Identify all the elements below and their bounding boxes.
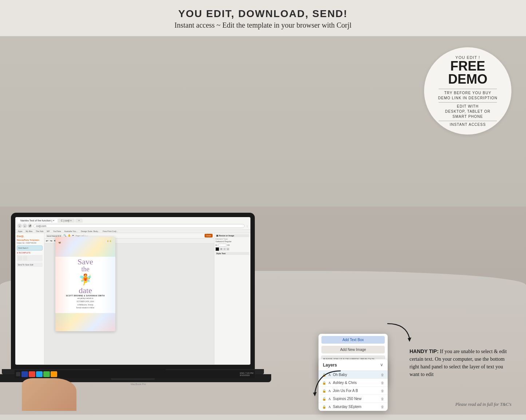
headline: YOU EDIT, DOWNLOAD, SEND! bbox=[7, 8, 519, 20]
main-area: Namtra Test of the function | × C | corj… bbox=[0, 36, 526, 415]
laptop-screen-inner: Namtra Test of the function | × C | corj… bbox=[15, 217, 250, 365]
sidebar-item-3[interactable]: Send To Save Edit bbox=[17, 263, 43, 267]
demo-divider-2 bbox=[439, 102, 497, 103]
start-btn bbox=[16, 372, 20, 376]
laptop: Namtra Test of the function | × C | corj… bbox=[11, 213, 266, 385]
layer-name-saturday: Saturday SEptem bbox=[333, 405, 379, 409]
corjl-order: Order Id: 1509758194 bbox=[17, 242, 43, 244]
url-bar[interactable]: corjl.com bbox=[33, 224, 245, 228]
back-button[interactable]: ‹ bbox=[17, 224, 22, 228]
width-label: 19 bbox=[227, 244, 230, 246]
bookmark-canva[interactable]: Design Suite: Body... bbox=[80, 230, 100, 232]
demo-edit-with: EDIT WITH DESKTOP, TABLET OR SMART PHONE bbox=[445, 104, 490, 119]
browser-tab-active[interactable]: Namtra Test of the function | × bbox=[17, 219, 57, 223]
card-detail-1: are getting married on bbox=[77, 297, 93, 300]
text-format-btns: B I U bbox=[220, 248, 229, 251]
save-date-card: ✦✦ 🦋 Save the 🧚 date SCOTT BROWNE & SAVA… bbox=[55, 237, 115, 331]
arrow-svg-2 bbox=[384, 320, 413, 342]
corjl-sidebar: Corjl. NoocayParty Templates Order Id: 1… bbox=[15, 233, 44, 364]
tc-text: Please read ad in full for T&C's bbox=[455, 402, 511, 407]
demo-free: FREE bbox=[450, 60, 485, 73]
delete-icon-5[interactable]: 🗑 bbox=[381, 405, 384, 409]
add-text-box-button[interactable]: Add Text Box bbox=[321, 336, 385, 344]
demo-demo: DEMO bbox=[448, 73, 487, 86]
bold-btn[interactable]: B bbox=[220, 248, 223, 251]
layers-title: Layers bbox=[323, 363, 337, 368]
fairy-icon: 🧚 bbox=[79, 273, 92, 286]
resize-image-section: ▣ Resize or Image bbox=[215, 234, 249, 237]
corjl-right-panel: ▣ Resize or Image Element Type Safeword … bbox=[214, 233, 250, 364]
bookmark-hub[interactable]: The Hub bbox=[35, 230, 44, 232]
delete-icon-3[interactable]: 🗑 bbox=[381, 389, 384, 393]
layer-type-5: A bbox=[328, 405, 331, 409]
layer-item-saturday[interactable]: 🔒 A Saturday SEptem 🗑 bbox=[319, 403, 388, 411]
taskbar-items bbox=[21, 371, 239, 377]
lock-icon-5: 🔒 bbox=[322, 405, 326, 409]
card-detail-3: in Melbourne, Victoria bbox=[78, 304, 93, 307]
layers-chevron-icon[interactable]: ∨ bbox=[380, 362, 383, 368]
demo-try: TRY BEFORE YOU BUY DEMO LINK IN DESCRIPT… bbox=[438, 91, 498, 101]
handy-tip: HANDY TIP: If you are unable to select &… bbox=[410, 348, 511, 378]
delete-icon-1[interactable]: 🗑 bbox=[381, 373, 384, 377]
browser-tab[interactable]: C | corjl × bbox=[58, 219, 75, 223]
card-detail-4: formal invitation to follow bbox=[76, 307, 94, 309]
taskbar-icon-2 bbox=[29, 371, 35, 377]
demo-divider-3 bbox=[439, 121, 497, 121]
height-label: H: bbox=[215, 244, 218, 246]
style-text-section: Style Text bbox=[215, 252, 249, 255]
demo-divider-1 bbox=[439, 89, 497, 89]
layer-type-4: A bbox=[328, 397, 331, 401]
bookmark-myfiles[interactable]: My files bbox=[25, 230, 34, 232]
element-type-value: Safeword Regular bbox=[215, 240, 249, 243]
bookmark-apps[interactable]: Apps bbox=[17, 230, 24, 232]
lock-icon-4: 🔒 bbox=[322, 397, 326, 401]
top-banner: YOU EDIT, DOWNLOAD, SEND! Instant access… bbox=[0, 0, 526, 36]
delete-icon-4[interactable]: 🗑 bbox=[381, 397, 384, 401]
browser-chrome: Namtra Test of the function | × C | corj… bbox=[15, 217, 250, 230]
browser-tab-new[interactable]: + bbox=[75, 219, 83, 223]
free-demo-circle: YOU EDIT ! FREE DEMO TRY BEFORE YOU BUY … bbox=[424, 47, 511, 135]
card-save: Save bbox=[78, 258, 93, 266]
svg-marker-0 bbox=[313, 392, 317, 396]
taskbar-icon-5 bbox=[51, 371, 57, 377]
card-date: date bbox=[79, 287, 92, 295]
handy-tip-label: HANDY TIP: bbox=[410, 348, 439, 354]
redo-btn[interactable]: ↪ bbox=[50, 239, 52, 243]
browser-icons: ⋮ bbox=[246, 225, 248, 227]
height-input[interactable] bbox=[218, 244, 226, 247]
store-name: NoocayParty Templates bbox=[17, 239, 43, 241]
taskbar-icon-3 bbox=[36, 371, 43, 377]
subline: Instant access ~ Edit the template in yo… bbox=[7, 21, 519, 29]
underline-btn[interactable]: U bbox=[226, 248, 229, 251]
refresh-button[interactable]: ↺ bbox=[28, 224, 32, 228]
card-the: the bbox=[81, 266, 89, 272]
bookmarks-bar: Apps My files The Hub WF YouTube Austral… bbox=[15, 230, 250, 233]
sidebar-item-2[interactable] bbox=[17, 255, 43, 261]
bookmark-youtube[interactable]: YouTube bbox=[52, 230, 62, 232]
taskbar: ENG 7:23 PM6/10/2019 bbox=[15, 370, 255, 378]
color-swatch[interactable] bbox=[215, 247, 219, 251]
undo-btn[interactable]: ↩ bbox=[46, 239, 48, 243]
sidebar-item-1[interactable]: Hold Rank 4 bbox=[17, 245, 43, 251]
demo-instant: INSTANT ACCESS bbox=[450, 123, 486, 127]
laptop-screen: Namtra Test of the function | × C | corj… bbox=[11, 213, 255, 369]
incomplete-label: ⊗ INCOMPLETE bbox=[17, 252, 43, 254]
delete-icon-2[interactable]: 🗑 bbox=[381, 381, 384, 385]
bookmark-freeprint[interactable]: Free Print Corjl... bbox=[102, 230, 119, 232]
corjl-editor: Corjl. NoocayParty Templates Order Id: 1… bbox=[15, 233, 250, 364]
svg-marker-1 bbox=[408, 337, 411, 342]
arrow-svg bbox=[311, 367, 348, 396]
taskbar-icon-1 bbox=[21, 371, 28, 377]
forward-button[interactable]: › bbox=[23, 224, 27, 228]
bookmark-wf[interactable]: WF bbox=[46, 230, 51, 232]
clock: ENG 7:23 PM6/10/2019 bbox=[240, 372, 253, 376]
add-new-image-button[interactable]: Add New Image bbox=[321, 346, 385, 353]
card-detail-2: OCTOBER 24TH, 20XX bbox=[77, 301, 94, 303]
italic-btn[interactable]: I bbox=[223, 248, 226, 251]
order-btn[interactable]: Order bbox=[205, 234, 213, 237]
corjl-logo: Corjl. bbox=[17, 235, 43, 238]
element-type-label: Element Type bbox=[215, 238, 249, 240]
card-names: SCOTT BROWNE & SAVANNAH SMITH bbox=[66, 295, 105, 297]
bookmark-au[interactable]: Australia You... bbox=[63, 230, 79, 232]
taskbar-icon-4 bbox=[43, 371, 50, 377]
